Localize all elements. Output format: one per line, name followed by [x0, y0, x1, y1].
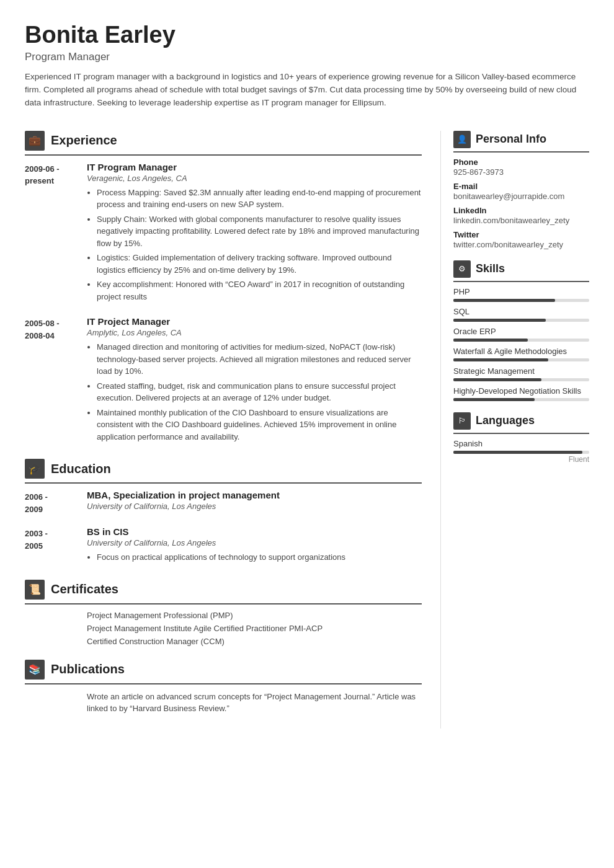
- skills-title: Skills: [476, 262, 505, 275]
- entry-company-1: Veragenic, Los Angeles, CA: [87, 174, 422, 183]
- personal-info-title: Personal Info: [476, 133, 546, 146]
- edu-school-1: University of California, Los Angeles: [87, 502, 422, 511]
- bullet-item: Key accomplishment: Honored with “CEO Aw…: [97, 278, 422, 303]
- certificates-title: Certificates: [51, 582, 118, 596]
- email-label: E-mail: [453, 182, 589, 191]
- education-header: 🎓 Education: [25, 459, 422, 484]
- publications-header: 📚 Publications: [25, 660, 422, 684]
- personal-info-header: 👤 Personal Info: [453, 131, 589, 153]
- experience-entry-1: 2009-06 - present IT Program Manager Ver…: [25, 162, 422, 306]
- bullet-item: Supply Chain: Worked with global compone…: [97, 213, 422, 250]
- skill-bar-fill-1: [453, 319, 546, 322]
- skill-name-2: Oracle ERP: [453, 327, 589, 336]
- certificates-section: 📜 Certificates Project Management Profes…: [25, 580, 422, 646]
- skill-name-0: PHP: [453, 287, 589, 296]
- entry-content-1: IT Program Manager Veragenic, Los Angele…: [87, 162, 422, 306]
- skill-bar-bg-5: [453, 398, 589, 401]
- skill-bar-bg-3: [453, 358, 589, 361]
- skills-section: ⚙ Skills PHPSQLOracle ERPWaterfall & Agi…: [453, 260, 589, 401]
- bullet-item: Logistics: Guided implementation of deli…: [97, 252, 422, 276]
- entry-content-2: IT Project Manager Amplytic, Los Angeles…: [87, 316, 422, 445]
- bullet-item: Maintained monthly publication of the CI…: [97, 407, 422, 443]
- two-col-layout: 💼 Experience 2009-06 - present IT Progra…: [25, 131, 589, 728]
- candidate-summary: Experienced IT program manager with a ba…: [25, 71, 589, 110]
- skills-list: PHPSQLOracle ERPWaterfall & Agile Method…: [453, 287, 589, 401]
- left-column: 💼 Experience 2009-06 - present IT Progra…: [25, 131, 440, 728]
- lang-bar-fill-0: [453, 451, 582, 454]
- candidate-name: Bonita Earley: [25, 22, 589, 48]
- pub-content: Wrote an article on advanced scrum conce…: [25, 691, 422, 715]
- certificates-icon: 📜: [25, 580, 45, 600]
- edu-content-2: BS in CIS University of California, Los …: [87, 526, 422, 566]
- twitter-label: Twitter: [453, 230, 589, 239]
- entry-company-2: Amplytic, Los Angeles, CA: [87, 328, 422, 337]
- education-title: Education: [51, 462, 111, 476]
- bullet-item: Created staffing, budget, risk and commu…: [97, 380, 422, 404]
- bullet-item: Managed direction and monitoring of acti…: [97, 341, 422, 378]
- skill-bar-fill-3: [453, 358, 548, 361]
- skill-bar-fill-2: [453, 339, 528, 342]
- lang-bar-bg-0: [453, 451, 589, 454]
- certificates-header: 📜 Certificates: [25, 580, 422, 604]
- skills-header: ⚙ Skills: [453, 260, 589, 282]
- cert-item-3: Certified Construction Manager (CCM): [87, 637, 422, 646]
- languages-title: Languages: [476, 414, 535, 427]
- publications-icon: 📚: [25, 660, 45, 680]
- entry-job-title-1: IT Program Manager: [87, 162, 422, 172]
- languages-icon: 🏳: [453, 412, 471, 430]
- resume-container: Bonita Earley Program Manager Experience…: [0, 0, 614, 868]
- twitter-value: twitter.com/bonitawearley_zety: [453, 240, 589, 249]
- entry-bullets-2: Managed direction and monitoring of acti…: [87, 341, 422, 443]
- linkedin-label: LinkedIn: [453, 206, 589, 215]
- publications-section: 📚 Publications Wrote an article on advan…: [25, 660, 422, 715]
- edu-degree-1: MBA, Specialization in project managemen…: [87, 490, 422, 500]
- edu-school-2: University of California, Los Angeles: [87, 538, 422, 547]
- experience-header: 💼 Experience: [25, 131, 422, 156]
- skill-bar-fill-0: [453, 299, 555, 302]
- skill-name-1: SQL: [453, 307, 589, 316]
- languages-header: 🏳 Languages: [453, 412, 589, 434]
- languages-list: SpanishFluent: [453, 439, 589, 464]
- pub-text: Wrote an article on advanced scrum conce…: [87, 691, 422, 715]
- skill-bar-fill-4: [453, 378, 541, 381]
- personal-info-section: 👤 Personal Info Phone 925-867-3973 E-mai…: [453, 131, 589, 249]
- linkedin-value: linkedin.com/bonitawearley_zety: [453, 216, 589, 225]
- skill-bar-bg-0: [453, 299, 589, 302]
- skills-icon: ⚙: [453, 260, 471, 278]
- right-column: 👤 Personal Info Phone 925-867-3973 E-mai…: [440, 131, 589, 728]
- edu-degree-2: BS in CIS: [87, 526, 422, 537]
- skill-name-5: Highly-Developed Negotiation Skills: [453, 386, 589, 396]
- cert-list: Project Management Professional (PMP) Pr…: [25, 611, 422, 646]
- personal-info-icon: 👤: [453, 131, 471, 148]
- experience-title: Experience: [51, 133, 117, 148]
- candidate-title: Program Manager: [25, 51, 589, 63]
- edu-content-1: MBA, Specialization in project managemen…: [87, 490, 422, 515]
- skill-name-3: Waterfall & Agile Methodologies: [453, 347, 589, 356]
- phone-value: 925-867-3973: [453, 167, 589, 177]
- skill-bar-fill-5: [453, 398, 535, 401]
- cert-item-2: Project Management Institute Agile Certi…: [87, 624, 422, 633]
- bullet-item: Process Mapping: Saved $2.3M annually af…: [97, 187, 422, 211]
- lang-level-0: Fluent: [453, 455, 589, 464]
- entry-date-2: 2005-08 - 2008-04: [25, 316, 87, 445]
- edu-bullets-2: Focus on practical applications of techn…: [87, 551, 422, 564]
- entry-bullets-1: Process Mapping: Saved $2.3M annually af…: [87, 187, 422, 303]
- edu-date-2: 2003 - 2005: [25, 526, 87, 566]
- skill-bar-bg-2: [453, 339, 589, 342]
- languages-section: 🏳 Languages SpanishFluent: [453, 412, 589, 464]
- edu-date-1: 2006 - 2009: [25, 490, 87, 515]
- edu-entry-1: 2006 - 2009 MBA, Specialization in proje…: [25, 490, 422, 515]
- education-icon: 🎓: [25, 459, 45, 479]
- entry-date-1: 2009-06 - present: [25, 162, 87, 306]
- skill-bar-bg-4: [453, 378, 589, 381]
- publications-title: Publications: [51, 662, 125, 676]
- experience-section: 💼 Experience 2009-06 - present IT Progra…: [25, 131, 422, 446]
- skill-name-4: Strategic Management: [453, 366, 589, 376]
- phone-label: Phone: [453, 157, 589, 167]
- email-value: bonitawearley@jourrapide.com: [453, 192, 589, 201]
- experience-icon: 💼: [25, 131, 45, 151]
- education-section: 🎓 Education 2006 - 2009 MBA, Specializat…: [25, 459, 422, 566]
- edu-entry-2: 2003 - 2005 BS in CIS University of Cali…: [25, 526, 422, 566]
- skill-bar-bg-1: [453, 319, 589, 322]
- cert-item-1: Project Management Professional (PMP): [87, 611, 422, 620]
